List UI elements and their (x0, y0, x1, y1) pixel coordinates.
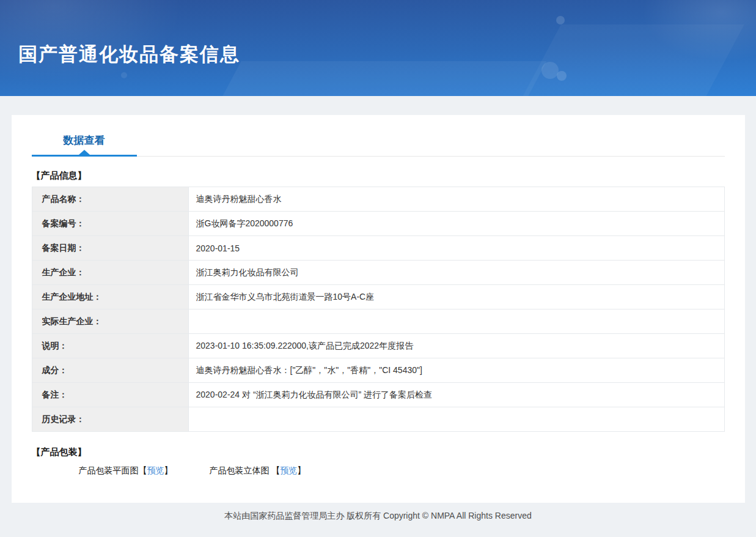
packaging-item-3d: 产品包装立体图 【预览】 (209, 465, 306, 476)
row-label: 产品名称： (32, 187, 188, 212)
bracket-close: 】 (297, 465, 306, 475)
bracket-open: 【 (271, 465, 280, 475)
table-row: 成分： 迪奥诗丹粉魅甜心香水：["乙醇"，"水"，"香精"，"CI 45430"… (32, 358, 724, 383)
banner-decoration-dot (121, 72, 127, 78)
row-value: 迪奥诗丹粉魅甜心香水 (188, 187, 724, 212)
table-row: 说明： 2023-01-10 16:35:09.222000,该产品已完成202… (32, 334, 724, 358)
content-card: 数据查看 【产品信息】 产品名称： 迪奥诗丹粉魅甜心香水 备案编号： 浙G妆网备… (12, 115, 745, 503)
banner-decoration (642, 0, 756, 61)
row-label: 实际生产企业： (32, 309, 188, 334)
packaging-flat-preview-link[interactable]: 预览 (147, 465, 164, 475)
packaging-3d-preview-link[interactable]: 预览 (280, 465, 297, 475)
tab-data-view-label: 数据查看 (64, 135, 105, 146)
row-label: 生产企业： (32, 261, 188, 285)
table-row: 历史记录： (32, 407, 724, 432)
page-banner: 国产普通化妆品备案信息 (0, 0, 756, 96)
banner-decoration (502, 24, 744, 96)
product-info-table: 产品名称： 迪奥诗丹粉魅甜心香水 备案编号： 浙G妆网备字2020000776 … (32, 187, 725, 432)
tab-data-view[interactable]: 数据查看 (32, 115, 137, 156)
banner-decoration-dot (556, 16, 565, 24)
section-title-packaging: 【产品包装】 (32, 446, 725, 458)
row-value: 浙G妆网备字2020000776 (188, 212, 724, 236)
banner-decoration (199, 61, 546, 96)
row-value: 迪奥诗丹粉魅甜心香水：["乙醇"，"水"，"香精"，"CI 45430"] (188, 358, 724, 383)
row-label: 备注： (32, 383, 188, 407)
row-label: 生产企业地址： (32, 285, 188, 309)
section-title-product-info: 【产品信息】 (32, 170, 725, 182)
page-title: 国产普通化妆品备案信息 (18, 42, 240, 67)
packaging-flat-label: 产品包装平面图 (79, 465, 139, 475)
table-row: 备案编号： 浙G妆网备字2020000776 (32, 212, 724, 236)
table-row: 产品名称： 迪奥诗丹粉魅甜心香水 (32, 187, 724, 212)
row-label: 成分： (32, 358, 188, 383)
packaging-row: 产品包装平面图【预览】 产品包装立体图 【预览】 (79, 465, 725, 476)
row-label: 说明： (32, 334, 188, 358)
row-value: 2020-02-24 对 “浙江奥莉力化妆品有限公司” 进行了备案后检查 (188, 383, 724, 407)
tab-active-caret-icon (79, 150, 90, 155)
row-value: 浙江省金华市义乌市北苑街道景一路10号A-C座 (188, 285, 724, 309)
tab-bar: 数据查看 (32, 115, 725, 157)
row-value (188, 407, 724, 432)
row-value: 2023-01-10 16:35:09.222000,该产品已完成2022年度报… (188, 334, 724, 358)
row-value: 2020-01-15 (188, 236, 724, 261)
copyright-text: 本站由国家药品监督管理局主办 版权所有 Copyright © NMPA All… (224, 511, 531, 520)
table-row: 备注： 2020-02-24 对 “浙江奥莉力化妆品有限公司” 进行了备案后检查 (32, 383, 724, 407)
bracket-close: 】 (164, 465, 173, 475)
tab-active-underline (32, 155, 137, 157)
row-label: 备案日期： (32, 236, 188, 261)
packaging-item-flat: 产品包装平面图【预览】 (79, 465, 173, 476)
row-value (188, 309, 724, 334)
table-row: 实际生产企业： (32, 309, 724, 334)
row-label: 历史记录： (32, 407, 188, 432)
page-footer: 本站由国家药品监督管理局主办 版权所有 Copyright © NMPA All… (0, 503, 756, 522)
row-value: 浙江奥莉力化妆品有限公司 (188, 261, 724, 285)
banner-decoration-dot (541, 62, 559, 79)
table-row: 备案日期： 2020-01-15 (32, 236, 724, 261)
row-label: 备案编号： (32, 212, 188, 236)
banner-decoration-dot (557, 71, 567, 81)
table-row: 生产企业： 浙江奥莉力化妆品有限公司 (32, 261, 724, 285)
table-row: 生产企业地址： 浙江省金华市义乌市北苑街道景一路10号A-C座 (32, 285, 724, 309)
bracket-open: 【 (139, 465, 147, 475)
packaging-3d-label: 产品包装立体图 (209, 465, 271, 475)
